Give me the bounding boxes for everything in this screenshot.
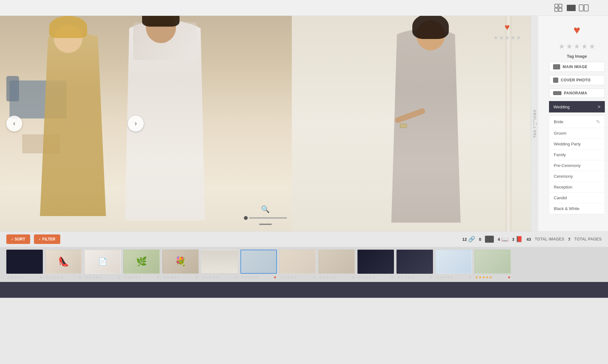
category-candid[interactable]: Candid [549, 193, 605, 203]
category-groom[interactable]: Groom [549, 128, 605, 139]
thumb-heart-7[interactable]: ♥ [274, 275, 276, 280]
thumbnail-img-12[interactable] [435, 250, 472, 274]
category-family[interactable]: Family [549, 150, 605, 160]
thumb-heart-4[interactable]: ♥ [157, 275, 159, 280]
thumbnail-8[interactable]: ★★★★★ ♥ [279, 250, 316, 280]
zero-count: 0 [479, 237, 481, 242]
thumbnail-9[interactable]: ★★★★★ ♥ [318, 250, 355, 280]
thumbnail-7[interactable]: ★★★★★ ♥ [240, 250, 277, 280]
category-wedding-party[interactable]: Wedding Party [549, 139, 605, 150]
total-images-count: 43 [526, 237, 531, 242]
thumbnail-img-9[interactable] [318, 250, 355, 274]
thumb-heart-5[interactable]: ♥ [196, 275, 198, 280]
category-candid-label: Candid [554, 195, 567, 200]
image-heart-icon[interactable]: ♥ [505, 22, 510, 32]
split-view-icon[interactable] [579, 3, 589, 13]
thumbnail-12[interactable]: ★★★★★ ♥ [435, 250, 472, 280]
thumb-heart-8[interactable]: ♥ [313, 275, 315, 280]
thumbnail-2[interactable]: 👠 ★★★★★ ♥ [45, 250, 82, 280]
star-2[interactable]: ★ [499, 34, 504, 41]
star-1[interactable]: ★ [493, 34, 498, 41]
wedding-category-label: Wedding [553, 105, 570, 109]
thumb-heart-12[interactable]: ♥ [469, 275, 471, 280]
thumbnail-5[interactable]: 💐 ★★★★★ ♥ [162, 250, 199, 280]
thumb-heart-2[interactable]: ♥ [79, 275, 81, 280]
category-reception[interactable]: Reception [549, 182, 605, 193]
star-4[interactable]: ★ [510, 34, 515, 41]
tag-star-3[interactable]: ★ [574, 42, 580, 51]
thumb-heart-9[interactable]: ♥ [352, 275, 354, 280]
category-bride[interactable]: Bride ✎ [549, 116, 605, 128]
thumb-heart-10[interactable]: ♥ [391, 275, 393, 280]
tag-heart-icon[interactable]: ♥ [573, 23, 580, 37]
dark-bottom-bar [0, 282, 608, 298]
prev-image-button[interactable]: ‹ [6, 116, 22, 131]
thumbnail-13[interactable]: ★★★★★ ♥ [474, 250, 511, 280]
image-slider[interactable] [244, 216, 287, 220]
thumbnail-10[interactable]: ★★★★★ ♥ [357, 250, 394, 280]
panorama-label: PANORAMA [564, 91, 587, 95]
drag-handle[interactable] [259, 224, 272, 225]
main-image-button[interactable]: MAIN IMAGE [549, 62, 605, 72]
thumbnail-stars-11: ★★★★★ ♥ [396, 275, 433, 280]
zoom-icon[interactable]: 🔍 [261, 205, 270, 214]
category-bw-label: Black & White [554, 206, 579, 211]
thumbnail-img-11[interactable] [396, 250, 433, 274]
thumbnail-img-3[interactable]: 📄 [84, 250, 121, 274]
category-bw[interactable]: Black & White [549, 203, 605, 214]
tag-star-5[interactable]: ★ [589, 42, 595, 51]
image-overlay: ♥ ★ ★ ★ ★ ★ [493, 22, 521, 41]
grid-view-icon[interactable] [553, 3, 564, 13]
total-images-label: TOTAL IMAGES [535, 237, 564, 241]
thumbnail-11[interactable]: ★★★★★ ♥ [396, 250, 433, 280]
thumb-heart-3[interactable]: ♥ [118, 275, 120, 280]
thumbnail-img-5[interactable]: 💐 [162, 250, 199, 274]
tag-star-2[interactable]: ★ [566, 42, 572, 51]
slider-bar[interactable] [249, 217, 287, 219]
thumbnail-6[interactable]: ★★★★★ ♥ [201, 250, 238, 280]
thumb-heart-11[interactable]: ♥ [430, 275, 432, 280]
slider-dot [244, 216, 248, 220]
star-5[interactable]: ★ [516, 34, 521, 41]
top-toolbar [0, 0, 608, 16]
main-image-label: MAIN IMAGE [563, 65, 587, 69]
thumb-heart-6[interactable]: ♥ [235, 275, 237, 280]
category-bride-label: Bride [554, 119, 563, 124]
thumbnail-3[interactable]: 📄 ★★★★★ ♥ [84, 250, 121, 280]
thumbnail-img-1[interactable] [6, 250, 43, 274]
filter-label: FILTER [42, 237, 55, 241]
bottom-toolbar: ‹ SORT ‹ FILTER 12 🔗 0 4 📖 3 📕 43 TOTAL … [0, 231, 608, 247]
thumbnail-img-7[interactable] [240, 250, 277, 274]
image-star-rating[interactable]: ★ ★ ★ ★ ★ [493, 34, 521, 41]
linked-count-badge: 12 🔗 [462, 236, 475, 243]
thumbnail-4[interactable]: 🌿 ★★★★★ ♥ [123, 250, 160, 280]
wedding-category-header[interactable]: Wedding > [549, 101, 605, 112]
tag-star-rating[interactable]: ★ ★ ★ ★ ★ [549, 42, 605, 51]
svg-rect-6 [584, 5, 588, 11]
next-image-button[interactable]: › [128, 116, 144, 131]
single-view-icon[interactable] [566, 3, 576, 13]
thumbnail-img-6[interactable] [201, 250, 238, 274]
image-viewer: ‹ › ♥ ★ ★ ★ ★ ★ 🔍 [0, 16, 531, 231]
thumb-heart-13[interactable]: ♥ [508, 275, 510, 280]
category-ceremony[interactable]: Ceremony [549, 171, 605, 182]
tag-star-4[interactable]: ★ [581, 42, 588, 51]
thumbnail-img-10[interactable] [357, 250, 394, 274]
tag-panel-toggle[interactable]: › [534, 120, 539, 127]
sort-button[interactable]: ‹ SORT [6, 234, 30, 244]
thumb-heart-1[interactable]: ♥ [40, 275, 42, 280]
category-pre-ceremony[interactable]: Pre-Ceremony [549, 160, 605, 171]
category-bride-edit-icon[interactable]: ✎ [596, 119, 600, 125]
thumbnail-img-8[interactable] [279, 250, 316, 274]
panorama-button[interactable]: PANORAMA [549, 88, 605, 98]
filter-button[interactable]: ‹ FILTER [34, 234, 60, 244]
thumbnail-img-13[interactable] [474, 250, 511, 274]
thumbnail-1[interactable]: ★★★★★ ♥ [6, 250, 43, 280]
tag-star-1[interactable]: ★ [559, 42, 565, 51]
single-view-badge-icon [485, 236, 494, 243]
tag-panel-content: ♥ ★ ★ ★ ★ ★ Tag Image MAIN IMAGE COVER P… [546, 16, 608, 231]
cover-photo-button[interactable]: COVER PHOTO [549, 75, 605, 85]
star-3[interactable]: ★ [505, 34, 510, 41]
thumbnail-img-4[interactable]: 🌿 [123, 250, 160, 274]
thumbnail-img-2[interactable]: 👠 [45, 250, 82, 274]
